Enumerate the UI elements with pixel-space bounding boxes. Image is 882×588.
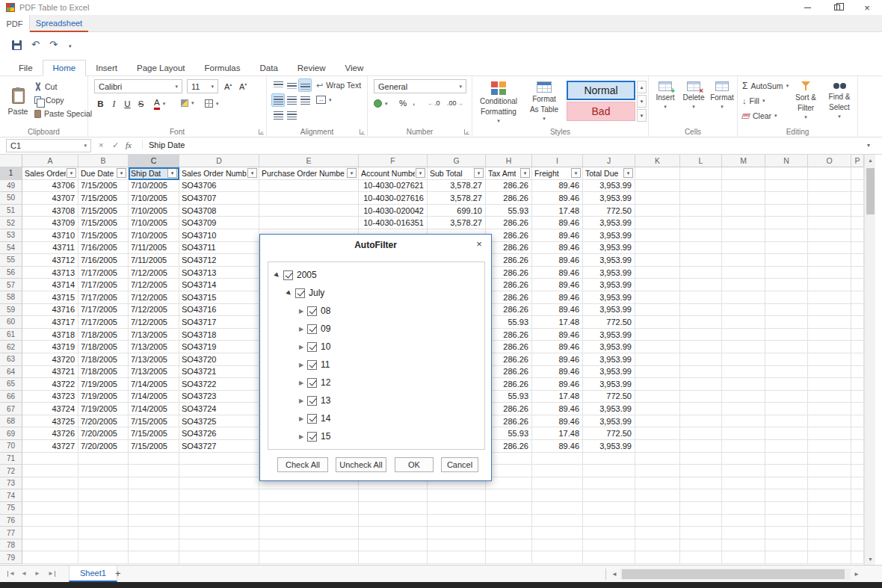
cell-F74[interactable]	[359, 489, 428, 502]
cell-L76[interactable]	[680, 515, 722, 527]
cell-D61[interactable]: SO43718	[179, 329, 259, 341]
cell-L49[interactable]	[680, 180, 722, 193]
cell-D64[interactable]: SO43721	[179, 366, 259, 379]
cell-D52[interactable]: SO43709	[179, 217, 259, 229]
cell-B79[interactable]	[78, 551, 129, 564]
cell-J79[interactable]	[583, 551, 635, 564]
cell-P61[interactable]	[851, 329, 864, 341]
cell-E78[interactable]	[259, 539, 359, 552]
cell-H71[interactable]	[486, 453, 532, 465]
expand-arrow-icon[interactable]: ▶	[297, 344, 306, 350]
cell-G76[interactable]	[428, 515, 486, 527]
grow-font-button[interactable]: A▴	[224, 81, 232, 91]
cell-D74[interactable]	[179, 489, 259, 502]
cell-I74[interactable]	[532, 489, 583, 502]
column-header-P[interactable]: P	[851, 155, 864, 167]
cell-P79[interactable]	[851, 551, 864, 564]
cell-C66[interactable]: 7/14/2005	[129, 391, 179, 403]
cell-L1[interactable]	[680, 167, 722, 180]
cell-F78[interactable]	[359, 539, 428, 552]
cell-C51[interactable]: 7/10/2005	[129, 205, 179, 217]
cell-K71[interactable]	[635, 453, 680, 465]
cell-O62[interactable]	[808, 341, 851, 353]
cell-N58[interactable]	[765, 291, 808, 304]
cell-J72[interactable]	[583, 465, 635, 477]
cell-P68[interactable]	[851, 415, 864, 428]
cell-J63[interactable]: 3,953.99	[583, 353, 635, 366]
scroll-up-icon[interactable]: ▲	[865, 155, 876, 166]
cell-N63[interactable]	[765, 353, 808, 366]
insert-cells-button[interactable]: + Insert ▾	[652, 78, 679, 110]
ribbon-tab-insert[interactable]: Insert	[86, 60, 127, 75]
cell-I73[interactable]	[532, 477, 583, 490]
cell-B72[interactable]	[78, 465, 129, 477]
cell-K76[interactable]	[635, 515, 680, 527]
cell-A71[interactable]	[22, 453, 78, 465]
cell-I62[interactable]: 89.46	[532, 341, 583, 353]
cell-M65[interactable]	[722, 378, 765, 391]
cell-F75[interactable]	[359, 502, 428, 515]
cell-C77[interactable]	[129, 527, 179, 539]
cell-P67[interactable]	[851, 403, 864, 415]
cell-G74[interactable]	[428, 489, 486, 502]
previous-sheet-icon[interactable]: ◄	[21, 571, 27, 577]
column-header-F[interactable]: F	[359, 155, 428, 167]
cell-H63[interactable]: 286.26	[486, 353, 532, 366]
row-header-51[interactable]: 51	[0, 205, 22, 217]
cell-L66[interactable]	[680, 391, 722, 403]
cell-D79[interactable]	[179, 551, 259, 564]
row-header-72[interactable]: 72	[0, 465, 22, 477]
cell-D57[interactable]: SO43714	[179, 279, 259, 291]
decrease-decimal-button[interactable]: .00 →	[447, 99, 463, 107]
column-header-E[interactable]: E	[259, 155, 359, 167]
paste-button[interactable]: Paste	[4, 79, 31, 124]
scroll-left-icon[interactable]: ◄	[611, 571, 617, 578]
cell-C59[interactable]: 7/12/2005	[129, 304, 179, 317]
cell-C71[interactable]	[129, 453, 179, 465]
cell-M74[interactable]	[722, 489, 765, 502]
cell-P65[interactable]	[851, 378, 864, 391]
cell-A70[interactable]: 43727	[22, 440, 78, 453]
cell-J56[interactable]: 3,953.99	[583, 267, 635, 279]
cell-K64[interactable]	[635, 366, 680, 379]
cell-I77[interactable]	[532, 527, 583, 539]
vertical-scrollbar[interactable]: ▲ ▼	[864, 155, 875, 565]
cell-H72[interactable]	[486, 465, 532, 477]
cell-N72[interactable]	[765, 465, 808, 477]
cell-M53[interactable]	[722, 229, 765, 242]
cell-P63[interactable]	[851, 353, 864, 366]
cell-B76[interactable]	[78, 515, 129, 527]
cell-I56[interactable]: 89.46	[532, 267, 583, 279]
cell-K57[interactable]	[635, 279, 680, 291]
cell-N56[interactable]	[765, 267, 808, 279]
cell-O60[interactable]	[808, 316, 851, 329]
cell-D71[interactable]	[179, 453, 259, 465]
cell-L70[interactable]	[680, 440, 722, 453]
cell-H68[interactable]: 286.26	[486, 415, 532, 428]
decrease-indent-button[interactable]	[271, 108, 285, 122]
cell-K53[interactable]	[635, 229, 680, 242]
cell-F52[interactable]: 10-4030-016351	[359, 217, 428, 229]
cell-C74[interactable]	[129, 489, 179, 502]
cell-L58[interactable]	[680, 291, 722, 304]
row-header-55[interactable]: 55	[0, 254, 22, 267]
tree-item[interactable]: ▶10	[268, 338, 484, 356]
cell-H58[interactable]: 286.26	[486, 291, 532, 304]
cell-D55[interactable]: SO43712	[179, 254, 259, 267]
increase-indent-button[interactable]	[285, 108, 298, 122]
cell-C53[interactable]: 7/10/2005	[129, 229, 179, 242]
cell-K62[interactable]	[635, 341, 680, 353]
column-header-B[interactable]: B	[78, 155, 129, 167]
cell-K56[interactable]	[635, 267, 680, 279]
row-header-61[interactable]: 61	[0, 329, 22, 341]
font-color-button[interactable]: A ▾	[154, 99, 165, 110]
cell-N70[interactable]	[765, 440, 808, 453]
row-header-66[interactable]: 66	[0, 391, 22, 403]
close-button[interactable]: ×	[852, 0, 882, 15]
cell-O53[interactable]	[808, 229, 851, 242]
filter-button-C[interactable]: ▾	[167, 168, 177, 178]
cell-L79[interactable]	[680, 551, 722, 564]
column-header-O[interactable]: O	[808, 155, 851, 167]
cell-P60[interactable]	[851, 316, 864, 329]
cell-O58[interactable]	[808, 291, 851, 304]
